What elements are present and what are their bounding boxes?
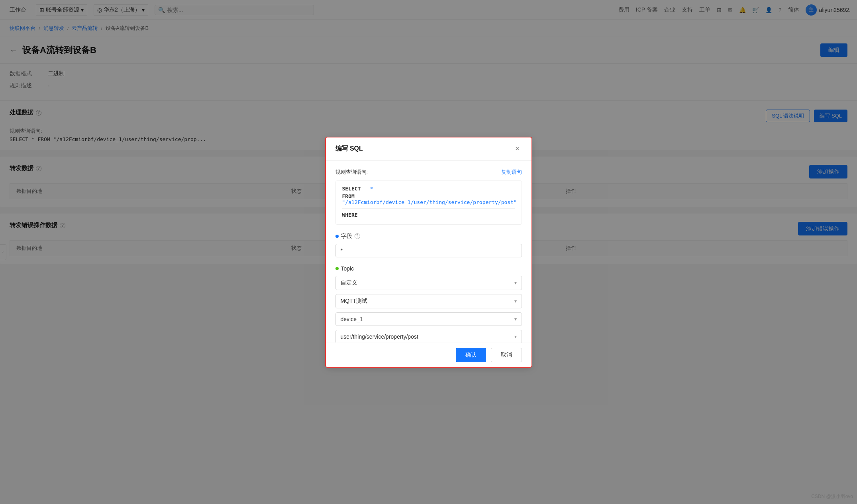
dropdown-3-value: device_1 [341,316,363,322]
dropdown-3-arrow: ▾ [514,316,517,322]
topic-dropdown-2[interactable]: MQTT测试 ▾ [335,294,522,308]
topic-dropdown-4[interactable]: user/thing/service/property/post ▾ [335,330,522,343]
where-keyword: WHERE [342,212,358,218]
field-section-label: 字段 ? [335,233,522,240]
field-input[interactable] [335,244,522,257]
modal-header: 编写 SQL × [326,137,531,161]
sql-label-row: 规则查询语句: 复制语句 [335,169,522,176]
field-help-icon[interactable]: ? [355,233,360,239]
modal-close-button[interactable]: × [513,144,522,154]
select-value: * [370,186,373,192]
topic-section-label: Topic [335,265,522,272]
dropdown-1-arrow: ▾ [514,280,517,286]
topic-dot [335,267,339,270]
dropdown-2-value: MQTT测试 [341,298,368,305]
confirm-button[interactable]: 确认 [456,348,486,362]
modal-body: 规则查询语句: 复制语句 SELECT * FROM "/a12Fcmiorbf… [326,161,531,343]
topic-dropdown-3[interactable]: device_1 ▾ [335,312,522,326]
select-keyword: SELECT [342,186,361,192]
modal-title: 编写 SQL [335,145,363,153]
cancel-button[interactable]: 取消 [491,348,522,362]
dropdown-2-arrow: ▾ [514,298,517,304]
topic-dropdown-1[interactable]: 自定义 ▾ [335,276,522,290]
sql-separator [342,208,515,209]
field-dot [335,235,339,238]
sql-where-line: WHERE [342,212,515,218]
modal-overlay: 编写 SQL × 规则查询语句: 复制语句 SELECT * FROM "/a1… [0,0,857,504]
dropdown-4-value: user/thing/service/property/post [341,333,418,340]
sql-select-line: SELECT * [342,186,515,192]
modal-footer: 确认 取消 [326,343,531,367]
sql-from-line: FROM "/a12Fcmiorbf/device_1/user/thing/s… [342,193,515,205]
write-sql-dialog: 编写 SQL × 规则查询语句: 复制语句 SELECT * FROM "/a1… [325,137,532,368]
dropdown-1-value: 自定义 [341,279,357,286]
sql-query-label: 规则查询语句: [335,169,368,176]
field-text: 字段 [341,233,352,240]
topic-text: Topic [341,265,354,272]
from-value: "/a12Fcmiorbf/device_1/user/thing/servic… [342,199,517,205]
dropdown-4-arrow: ▾ [514,334,517,339]
sql-display-box: SELECT * FROM "/a12Fcmiorbf/device_1/use… [335,180,522,225]
copy-button[interactable]: 复制语句 [501,169,522,176]
from-keyword: FROM [342,193,355,199]
